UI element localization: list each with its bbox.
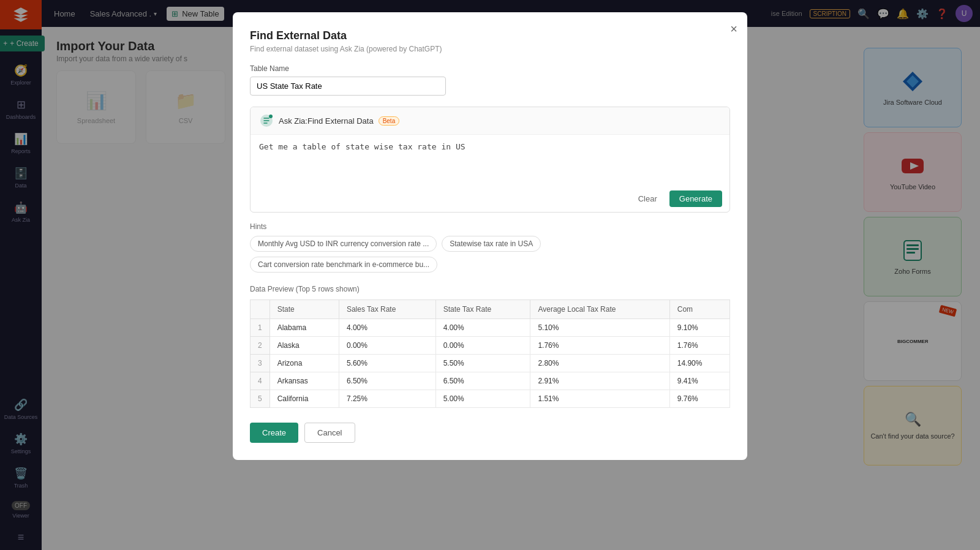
- table-name-label: Table Name: [250, 64, 730, 73]
- cell-sales-tax: 5.60%: [339, 355, 435, 372]
- dialog-subtitle: Find external dataset using Ask Zia (pow…: [250, 45, 730, 53]
- hint-tag-1[interactable]: Statewise tax rate in USA: [442, 236, 541, 252]
- row-num: 4: [251, 372, 270, 390]
- preview-label: Data Preview (Top 5 rows shown): [250, 285, 730, 293]
- cell-avg-local: 1.51%: [530, 390, 669, 408]
- cell-sales-tax: 0.00%: [339, 337, 435, 355]
- preview-table-body: 1 Alabama 4.00% 4.00% 5.10% 9.10% 2 Alas…: [251, 319, 730, 408]
- cancel-button[interactable]: Cancel: [304, 423, 355, 443]
- table-name-input[interactable]: [250, 77, 446, 96]
- dialog-title: Find External Data: [250, 29, 730, 42]
- zia-title: Ask Zia:Find External Data: [279, 116, 374, 126]
- zia-prompt-input[interactable]: [251, 135, 729, 184]
- cell-sales-tax: 4.00%: [339, 319, 435, 337]
- col-header-state: State: [270, 300, 339, 319]
- hint-tag-0[interactable]: Monthly Avg USD to INR currency conversi…: [250, 236, 437, 252]
- cell-state: California: [270, 390, 339, 408]
- modal-overlay: Find External Data Find external dataset…: [0, 0, 980, 550]
- dialog-close-button[interactable]: ×: [730, 22, 737, 36]
- cell-com: 9.10%: [669, 319, 729, 337]
- col-header-avg-local: Average Local Tax Rate: [530, 300, 669, 319]
- ask-zia-box: Ask Zia:Find External Data Beta Clear Ge…: [250, 107, 730, 213]
- table-name-group: Table Name: [250, 64, 730, 96]
- hints-label: Hints: [250, 222, 730, 231]
- row-num: 2: [251, 337, 270, 355]
- table-row: 2 Alaska 0.00% 0.00% 1.76% 1.76%: [251, 337, 730, 355]
- table-row: 1 Alabama 4.00% 4.00% 5.10% 9.10%: [251, 319, 730, 337]
- cell-com: 14.90%: [669, 355, 729, 372]
- generate-button[interactable]: Generate: [669, 190, 722, 207]
- clear-button[interactable]: Clear: [631, 190, 665, 207]
- zia-header: Ask Zia:Find External Data Beta: [251, 107, 729, 135]
- zia-logo-icon: [259, 113, 274, 128]
- cell-com: 9.76%: [669, 390, 729, 408]
- preview-section: Data Preview (Top 5 rows shown) State Sa…: [250, 285, 730, 408]
- cell-state: Alaska: [270, 337, 339, 355]
- table-header: State Sales Tax Rate State Tax Rate Aver…: [251, 300, 730, 319]
- cell-state: Arkansas: [270, 372, 339, 390]
- dialog-footer: Create Cancel: [250, 423, 730, 443]
- cell-avg-local: 5.10%: [530, 319, 669, 337]
- cell-state: Arizona: [270, 355, 339, 372]
- col-header-sales-tax: Sales Tax Rate: [339, 300, 435, 319]
- zia-actions: Clear Generate: [251, 186, 729, 212]
- cell-com: 1.76%: [669, 337, 729, 355]
- hint-tag-2[interactable]: Cart conversion rate benchmark in e-comm…: [250, 257, 437, 273]
- col-header-num: [251, 300, 270, 319]
- cell-com: 9.41%: [669, 372, 729, 390]
- cell-state-tax: 5.50%: [435, 355, 530, 372]
- cell-state-tax: 5.00%: [435, 390, 530, 408]
- row-num: 3: [251, 355, 270, 372]
- cell-avg-local: 1.76%: [530, 337, 669, 355]
- find-external-data-dialog: Find External Data Find external dataset…: [233, 12, 747, 460]
- row-num: 5: [251, 390, 270, 408]
- cell-state-tax: 4.00%: [435, 319, 530, 337]
- cell-avg-local: 2.91%: [530, 372, 669, 390]
- table-row: 5 California 7.25% 5.00% 1.51% 9.76%: [251, 390, 730, 408]
- cell-avg-local: 2.80%: [530, 355, 669, 372]
- table-row: 4 Arkansas 6.50% 6.50% 2.91% 9.41%: [251, 372, 730, 390]
- cell-sales-tax: 7.25%: [339, 390, 435, 408]
- svg-point-10: [269, 115, 273, 118]
- table-row: 3 Arizona 5.60% 5.50% 2.80% 14.90%: [251, 355, 730, 372]
- row-num: 1: [251, 319, 270, 337]
- create-button[interactable]: Create: [250, 423, 298, 443]
- preview-table: State Sales Tax Rate State Tax Rate Aver…: [250, 299, 730, 408]
- cell-state-tax: 6.50%: [435, 372, 530, 390]
- cell-state-tax: 0.00%: [435, 337, 530, 355]
- col-header-state-tax: State Tax Rate: [435, 300, 530, 319]
- cell-sales-tax: 6.50%: [339, 372, 435, 390]
- cell-state: Alabama: [270, 319, 339, 337]
- col-header-com: Com: [669, 300, 729, 319]
- hints-tags: Monthly Avg USD to INR currency conversi…: [250, 236, 730, 273]
- hints-section: Hints Monthly Avg USD to INR currency co…: [250, 222, 730, 273]
- beta-badge: Beta: [379, 116, 400, 126]
